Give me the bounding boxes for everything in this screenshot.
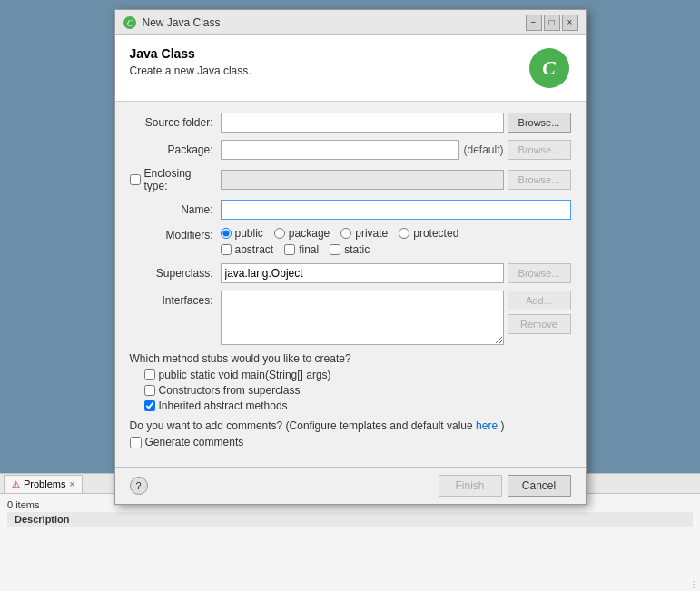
modifier-package-text: package	[289, 227, 330, 240]
cancel-button[interactable]: Cancel	[508, 475, 571, 497]
finish-button[interactable]: Finish	[439, 475, 502, 497]
enclosing-type-checkbox[interactable]	[130, 174, 141, 185]
modifier-abstract-label[interactable]: abstract	[221, 243, 274, 256]
dialog-heading: Java Class	[130, 46, 251, 61]
modifiers-row-2: abstract final static	[221, 243, 571, 256]
package-row: Package: (default) Browse...	[130, 140, 571, 160]
java-logo: C	[529, 48, 569, 88]
superclass-label: Superclass:	[130, 267, 221, 280]
modifier-private-radio[interactable]	[340, 228, 351, 239]
name-row: Name:	[130, 200, 571, 220]
enclosing-type-browse-button[interactable]: Browse...	[508, 170, 571, 190]
package-input-container: (default)	[221, 140, 504, 160]
enclosing-type-row: Enclosing type: Browse...	[130, 167, 571, 192]
dialog-app-icon: C	[123, 15, 137, 30]
modifier-protected-radio[interactable]	[399, 228, 409, 239]
new-java-class-dialog: C New Java Class − □ × Java Class Create…	[114, 9, 587, 505]
modifier-static-text: static	[344, 243, 370, 256]
superclass-row: Superclass: Browse...	[130, 263, 571, 283]
generate-comments-checkbox[interactable]	[130, 437, 142, 448]
package-input[interactable]	[221, 140, 460, 160]
stub-main-checkbox[interactable]	[144, 369, 155, 380]
stubs-options: public static void main(String[] args) C…	[130, 369, 571, 412]
modifier-abstract-text: abstract	[235, 243, 274, 256]
stub-main-option: public static void main(String[] args)	[144, 369, 571, 381]
modifier-public-radio[interactable]	[221, 228, 232, 239]
java-logo-container: C	[527, 46, 571, 90]
close-button[interactable]: ×	[562, 15, 578, 31]
modifier-final-label[interactable]: final	[284, 243, 319, 256]
name-input[interactable]	[221, 200, 571, 220]
stub-constructors-option: Constructors from superclass	[144, 384, 571, 397]
generate-comments-row: Generate comments	[130, 436, 571, 448]
dialog-body: Source folder: Browse... Package: (defau…	[115, 102, 586, 467]
stub-main-text: public static void main(String[] args)	[159, 369, 331, 381]
resize-handle[interactable]: ⋮	[689, 579, 698, 589]
desktop: ⚠ Problems × 0 items Description C	[0, 0, 700, 591]
modifier-public-label[interactable]: public	[221, 227, 263, 240]
enclosing-type-input[interactable]	[221, 170, 504, 190]
dialog-header-text: Java Class Create a new Java class.	[130, 46, 251, 77]
modifier-protected-text: protected	[413, 227, 458, 240]
stub-inherited-text: Inherited abstract methods	[159, 399, 288, 412]
comments-question: Do you want to add comments? (Configure …	[130, 419, 473, 432]
dialog-header: Java Class Create a new Java class. C	[115, 35, 586, 102]
source-folder-row: Source folder: Browse...	[130, 113, 571, 133]
comments-link[interactable]: here	[476, 419, 498, 432]
stub-constructors-checkbox[interactable]	[144, 385, 155, 396]
enclosing-type-label: Enclosing type:	[144, 167, 213, 192]
help-button[interactable]: ?	[130, 477, 148, 495]
interfaces-remove-button[interactable]: Remove	[508, 314, 571, 334]
stubs-question: Which method stubs would you like to cre…	[130, 352, 571, 365]
interfaces-add-button[interactable]: Add...	[508, 291, 571, 310]
modifier-package-label[interactable]: package	[274, 227, 330, 240]
modifier-private-label[interactable]: private	[340, 227, 388, 240]
stubs-section: Which method stubs would you like to cre…	[130, 352, 571, 412]
comments-close-paren: )	[500, 419, 504, 432]
interfaces-row: Interfaces: Add... Remove	[130, 291, 571, 345]
modifier-private-text: private	[355, 227, 388, 240]
stub-inherited-option: Inherited abstract methods	[144, 399, 571, 412]
dialog-overlay: C New Java Class − □ × Java Class Create…	[0, 0, 700, 591]
generate-comments-label: Generate comments	[145, 436, 244, 448]
modifier-final-text: final	[299, 243, 319, 256]
interfaces-list[interactable]	[221, 291, 504, 345]
dialog-title: New Java Class	[143, 16, 526, 29]
superclass-input[interactable]	[221, 263, 504, 283]
titlebar-buttons: − □ ×	[526, 15, 578, 31]
source-folder-label: Source folder:	[130, 116, 221, 129]
modifier-package-radio[interactable]	[274, 228, 285, 239]
superclass-browse-button[interactable]: Browse...	[508, 263, 571, 283]
dialog-footer: ? Finish Cancel	[115, 467, 586, 504]
interfaces-buttons: Add... Remove	[508, 291, 571, 334]
comments-section: Do you want to add comments? (Configure …	[130, 419, 571, 448]
package-label: Package:	[130, 143, 221, 156]
svg-text:C: C	[126, 18, 133, 28]
modifier-static-checkbox[interactable]	[330, 244, 340, 255]
source-folder-browse-button[interactable]: Browse...	[508, 113, 571, 133]
minimize-button[interactable]: −	[526, 15, 542, 31]
package-browse-button[interactable]: Browse...	[508, 140, 571, 160]
footer-buttons: Finish Cancel	[439, 475, 571, 497]
modifier-public-text: public	[235, 227, 263, 240]
stub-inherited-checkbox[interactable]	[144, 400, 155, 411]
modifier-static-label[interactable]: static	[330, 243, 370, 256]
stub-constructors-text: Constructors from superclass	[159, 384, 301, 397]
modifiers-label: Modifiers:	[130, 227, 221, 241]
interfaces-label: Interfaces:	[130, 291, 221, 307]
source-folder-input[interactable]	[221, 113, 504, 133]
modifiers-content: public package private	[221, 227, 571, 256]
modifier-final-checkbox[interactable]	[284, 244, 295, 255]
modifier-protected-label[interactable]: protected	[399, 227, 458, 240]
name-label: Name:	[130, 203, 221, 216]
modifiers-row: Modifiers: public package	[130, 227, 571, 256]
package-hint: (default)	[463, 143, 503, 156]
modifier-abstract-checkbox[interactable]	[221, 244, 232, 255]
enclosing-type-checkbox-label[interactable]: Enclosing type:	[130, 167, 213, 192]
dialog-titlebar: C New Java Class − □ ×	[115, 10, 586, 35]
maximize-button[interactable]: □	[544, 15, 560, 31]
dialog-subtitle: Create a new Java class.	[130, 64, 251, 77]
modifiers-row-1: public package private	[221, 227, 571, 240]
